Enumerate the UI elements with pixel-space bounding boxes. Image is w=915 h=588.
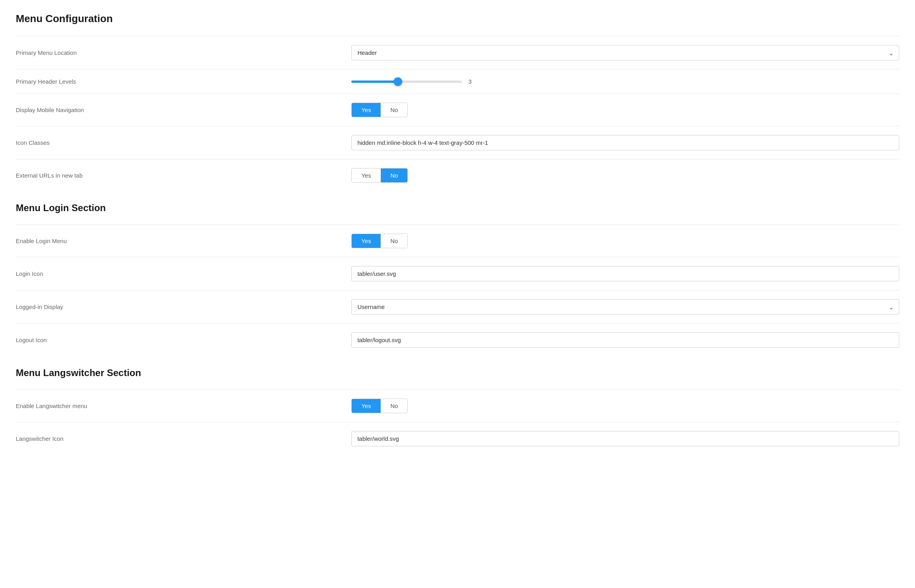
mobile-navigation-no-button[interactable]: No bbox=[381, 103, 407, 117]
menu-config-table: Primary Menu Location Header Footer Side… bbox=[16, 36, 899, 191]
mobile-navigation-yes-button[interactable]: Yes bbox=[352, 103, 381, 117]
langswitcher-icon-input[interactable] bbox=[351, 431, 899, 446]
row-langswitcher-icon: Langswitcher Icon bbox=[16, 422, 899, 455]
login-config-table: Enable Login Menu Yes No Login Icon bbox=[16, 225, 899, 356]
logged-in-display-select[interactable]: Username Email Full Name bbox=[351, 299, 899, 315]
header-levels-slider-wrapper: 3 bbox=[351, 78, 899, 85]
langswitcher-section-title: Menu Langswitcher Section bbox=[16, 360, 899, 390]
row-icon-classes: Icon Classes bbox=[16, 126, 899, 159]
label-logged-in-display: Logged-in Display bbox=[16, 303, 63, 310]
label-logout-icon: Logout Icon bbox=[16, 337, 47, 343]
mobile-navigation-toggle: Yes No bbox=[351, 103, 408, 117]
row-primary-menu-location: Primary Menu Location Header Footer Side… bbox=[16, 36, 899, 69]
external-urls-toggle: Yes No bbox=[351, 168, 408, 183]
label-external-urls-new-tab: External URLs in new tab bbox=[16, 172, 82, 179]
label-login-icon: Login Icon bbox=[16, 270, 43, 277]
header-levels-slider-track bbox=[351, 81, 462, 83]
enable-langswitcher-toggle: Yes No bbox=[351, 399, 408, 413]
label-primary-header-levels: Primary Header Levels bbox=[16, 78, 76, 85]
label-enable-login-menu: Enable Login Menu bbox=[16, 238, 67, 244]
icon-classes-input[interactable] bbox=[351, 135, 899, 150]
label-display-mobile-navigation: Display Mobile Navigation bbox=[16, 107, 84, 113]
label-langswitcher-icon: Langswitcher Icon bbox=[16, 435, 64, 442]
header-levels-slider-fill bbox=[351, 81, 398, 83]
enable-login-menu-no-button[interactable]: No bbox=[381, 234, 407, 248]
main-section-title: Menu Configuration bbox=[16, 13, 899, 25]
header-levels-slider-thumb[interactable] bbox=[394, 77, 402, 86]
label-primary-menu-location: Primary Menu Location bbox=[16, 49, 77, 56]
logout-icon-input[interactable] bbox=[351, 332, 899, 348]
row-logged-in-display: Logged-in Display Username Email Full Na… bbox=[16, 290, 899, 324]
logged-in-display-wrapper: Username Email Full Name ⌄ bbox=[351, 299, 899, 315]
primary-menu-location-wrapper: Header Footer Sidebar ⌄ bbox=[351, 45, 899, 60]
label-icon-classes: Icon Classes bbox=[16, 139, 50, 146]
header-levels-value: 3 bbox=[468, 78, 476, 85]
primary-menu-location-select[interactable]: Header Footer Sidebar bbox=[351, 45, 899, 60]
row-enable-login-menu: Enable Login Menu Yes No bbox=[16, 225, 899, 257]
enable-langswitcher-yes-button[interactable]: Yes bbox=[352, 399, 381, 413]
langswitcher-config-table: Enable Langswitcher menu Yes No Langswit… bbox=[16, 390, 899, 455]
row-display-mobile-navigation: Display Mobile Navigation Yes No bbox=[16, 94, 899, 126]
enable-langswitcher-no-button[interactable]: No bbox=[381, 399, 407, 413]
external-urls-yes-button[interactable]: Yes bbox=[352, 169, 381, 182]
row-logout-icon: Logout Icon bbox=[16, 324, 899, 357]
row-primary-header-levels: Primary Header Levels 3 bbox=[16, 69, 899, 94]
external-urls-no-button[interactable]: No bbox=[381, 169, 407, 182]
login-section-title: Menu Login Section bbox=[16, 195, 899, 225]
enable-login-menu-yes-button[interactable]: Yes bbox=[352, 234, 381, 248]
row-login-icon: Login Icon bbox=[16, 257, 899, 290]
row-external-urls-new-tab: External URLs in new tab Yes No bbox=[16, 159, 899, 192]
row-enable-langswitcher: Enable Langswitcher menu Yes No bbox=[16, 390, 899, 422]
page-container: Menu Configuration Primary Menu Location… bbox=[16, 13, 899, 455]
login-icon-input[interactable] bbox=[351, 266, 899, 281]
label-enable-langswitcher: Enable Langswitcher menu bbox=[16, 403, 87, 409]
enable-login-menu-toggle: Yes No bbox=[351, 234, 408, 248]
